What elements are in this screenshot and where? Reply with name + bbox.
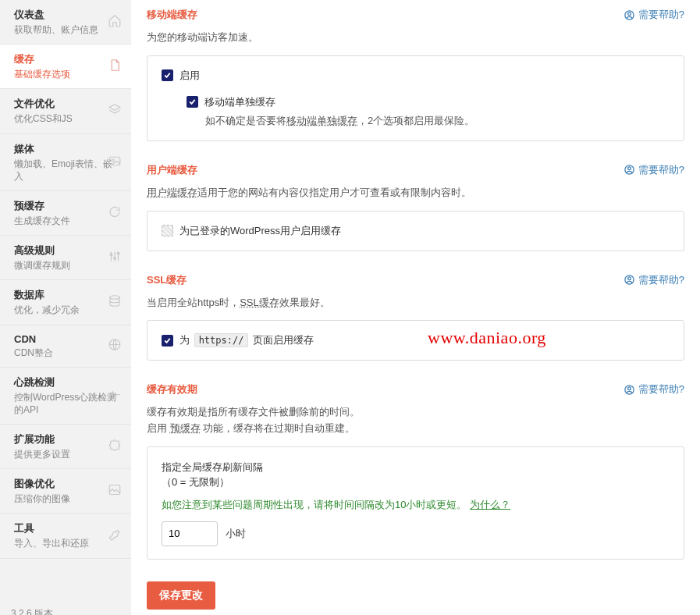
lifespan-input[interactable]	[162, 521, 218, 546]
section-title: 用户端缓存	[147, 163, 624, 177]
svg-rect-7	[109, 485, 120, 495]
sidebar-item-title: 文件优化	[14, 97, 120, 111]
section-desc: 当启用全站https时，SSL缓存效果最好。	[147, 295, 684, 311]
help-label: 需要帮助?	[638, 163, 684, 177]
checkbox-checked-icon	[162, 335, 173, 347]
sidebar-item-title: 缓存	[14, 52, 120, 66]
help-icon	[624, 164, 635, 176]
lifespan-label: 指定全局缓存刷新间隔 （0 = 无限制）	[162, 460, 670, 490]
lifespan-unit: 小时	[226, 527, 246, 541]
ssl-cache-box: 为 https:// 页面启用缓存	[147, 320, 684, 361]
dotted-link[interactable]: 预缓存	[170, 422, 201, 434]
sliders-icon	[108, 250, 122, 266]
help-icon	[624, 274, 635, 286]
sidebar-item-title: 图像优化	[14, 477, 120, 491]
sidebar-item-sub: 控制WordPress心跳检测的API	[14, 391, 120, 416]
sidebar-item-title: 扩展功能	[14, 432, 120, 446]
sidebar-item-sub: 导入、导出和还原	[14, 537, 120, 549]
db-icon	[108, 294, 122, 311]
help-link[interactable]: 需要帮助?	[624, 273, 684, 287]
section-desc: 为您的移动端访客加速。	[147, 30, 684, 46]
help-link[interactable]: 需要帮助?	[624, 8, 684, 22]
section-mobile-cache: 移动端缓存 需要帮助? 为您的移动端访客加速。 启用 移动端单独缓存	[147, 8, 684, 141]
checkbox-unchecked-icon	[162, 225, 173, 236]
enable-ssl-cache[interactable]: 为 https:// 页面启用缓存	[162, 333, 670, 347]
help-link[interactable]: 需要帮助?	[624, 382, 684, 396]
hint-dotted-link[interactable]: 移动端单独缓存	[286, 115, 357, 126]
sidebar-item-title: CDN	[14, 333, 120, 345]
section-title: 移动端缓存	[147, 8, 624, 22]
section-ssl-cache: SSL缓存 需要帮助? 当启用全站https时，SSL缓存效果最好。 为 htt…	[147, 273, 684, 361]
globe-icon	[108, 338, 122, 354]
mobile-cache-box: 启用 移动端单独缓存 如不确定是否要将移动端单独缓存，2个选项都启用最保险。	[147, 55, 684, 141]
sidebar-item-8[interactable]: 心跳检测控制WordPress心跳检测的API	[0, 368, 131, 425]
sidebar-item-4[interactable]: 预缓存生成缓存文件	[0, 191, 131, 236]
code-https: https://	[194, 333, 249, 347]
sidebar-item-sub: 优化，减少冗余	[14, 304, 120, 316]
section-desc: 缓存有效期是指所有缓存文件被删除前的时间。 启用 预缓存 功能，缓存将在过期时自…	[147, 404, 684, 437]
sidebar-item-sub: 提供更多设置	[14, 448, 120, 460]
dotted-link[interactable]: 用户端缓存	[147, 187, 197, 198]
help-label: 需要帮助?	[638, 382, 684, 396]
home-icon	[108, 14, 122, 30]
svg-point-13	[627, 277, 631, 280]
svg-point-15	[627, 387, 631, 390]
sidebar-item-sub: 微调缓存规则	[14, 259, 120, 272]
section-title: SSL缓存	[147, 273, 624, 287]
sidebar-item-sub: 懒加载、Emoji表情、嵌入	[14, 158, 120, 183]
sidebar-item-title: 预缓存	[14, 199, 120, 213]
sidebar-item-6[interactable]: 数据库优化，减少冗余	[0, 280, 131, 325]
svg-rect-0	[109, 157, 120, 165]
sidebar: 仪表盘获取帮助、账户信息缓存基础缓存选项文件优化优化CSS和JS媒体懒加载、Em…	[0, 0, 131, 615]
sidebar-item-5[interactable]: 高级规则微调缓存规则	[0, 236, 131, 280]
sidebar-item-sub: 生成缓存文件	[14, 215, 120, 227]
help-link[interactable]: 需要帮助?	[624, 163, 684, 177]
layers-icon	[108, 103, 122, 119]
enable-user-cache[interactable]: 为已登录的WordPress用户启用缓存	[162, 224, 670, 238]
doc-icon	[108, 59, 122, 75]
dotted-link[interactable]: SSL缓存	[240, 297, 279, 308]
help-label: 需要帮助?	[638, 273, 684, 287]
picture-icon	[108, 483, 122, 499]
separate-mobile-cache[interactable]: 移动端单独缓存	[187, 95, 670, 109]
svg-point-11	[627, 167, 631, 170]
svg-point-1	[112, 159, 114, 162]
main-panel: www.daniao.org 移动端缓存 需要帮助? 为您的移动端访客加速。 启…	[131, 0, 700, 615]
sidebar-item-title: 高级规则	[14, 244, 120, 258]
wrench-icon	[108, 528, 122, 544]
checkbox-label: 为已登录的WordPress用户启用缓存	[179, 224, 341, 238]
sidebar-item-7[interactable]: CDNCDN整合	[0, 325, 131, 368]
help-icon	[624, 384, 635, 396]
help-label: 需要帮助?	[638, 8, 684, 22]
lifespan-box: 指定全局缓存刷新间隔 （0 = 无限制） 如您注意到某些问题周期性出现，请将时间…	[147, 446, 684, 560]
refresh-icon	[108, 205, 122, 222]
checkbox-checked-icon	[187, 96, 198, 108]
sidebar-item-title: 心跳检测	[14, 375, 120, 389]
sidebar-item-3[interactable]: 媒体懒加载、Emoji表情、嵌入	[0, 134, 131, 191]
sidebar-item-title: 仪表盘	[14, 8, 120, 22]
enable-mobile-cache[interactable]: 启用	[162, 69, 670, 83]
why-link[interactable]: 为什么？	[470, 499, 510, 510]
section-title: 缓存有效期	[147, 382, 624, 396]
sidebar-item-11[interactable]: 工具导入、导出和还原	[0, 514, 131, 558]
section-user-cache: 用户端缓存 需要帮助? 用户端缓存适用于您的网站有内容仅指定用户才可查看或有限制…	[147, 163, 684, 251]
sidebar-item-sub: 获取帮助、账户信息	[14, 23, 120, 36]
help-icon	[624, 9, 635, 21]
sidebar-item-9[interactable]: 扩展功能提供更多设置	[0, 425, 131, 469]
heart-icon	[108, 387, 122, 403]
sidebar-item-sub: CDN整合	[14, 347, 120, 359]
save-button[interactable]: 保存更改	[147, 581, 215, 610]
sidebar-item-10[interactable]: 图像优化压缩你的图像	[0, 469, 131, 514]
user-cache-box: 为已登录的WordPress用户启用缓存	[147, 211, 684, 251]
checkbox-label: 启用	[179, 69, 200, 83]
puzzle-icon	[108, 439, 122, 455]
sidebar-item-title: 数据库	[14, 288, 120, 302]
sidebar-item-1[interactable]: 缓存基础缓存选项	[0, 44, 131, 89]
sidebar-item-2[interactable]: 文件优化优化CSS和JS	[0, 89, 131, 133]
sidebar-item-0[interactable]: 仪表盘获取帮助、账户信息	[0, 0, 131, 44]
version-label: 3.2.6 版本	[11, 607, 53, 615]
sidebar-item-sub: 压缩你的图像	[14, 492, 120, 505]
section-desc: 用户端缓存适用于您的网站有内容仅指定用户才可查看或有限制内容时。	[147, 185, 684, 201]
sidebar-item-title: 媒体	[14, 142, 120, 156]
mobile-hint: 如不确定是否要将移动端单独缓存，2个选项都启用最保险。	[205, 114, 670, 128]
